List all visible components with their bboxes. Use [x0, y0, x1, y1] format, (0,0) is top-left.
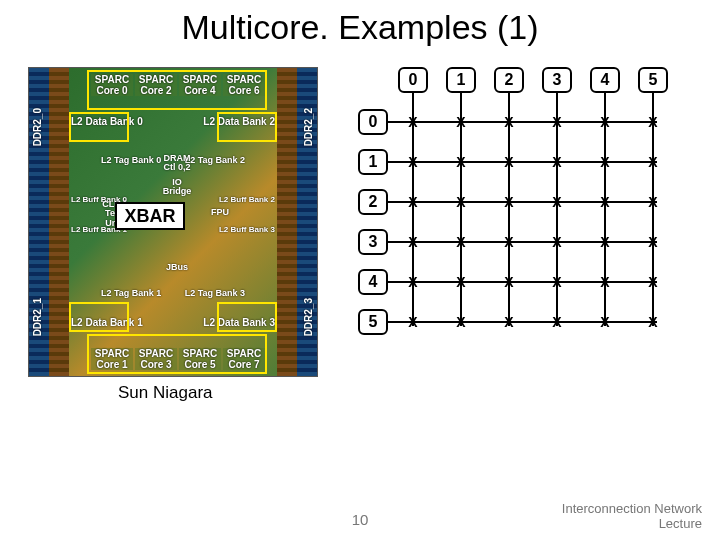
crossbar-col-node: 4	[590, 67, 620, 93]
dram-ctl-label: DRAM Ctl 0,2	[157, 154, 197, 173]
crossbar-intersection: X	[408, 234, 417, 250]
sun-niagara-caption: Sun Niagara	[118, 383, 318, 403]
footer-text: Interconnection Network Lecture	[562, 502, 702, 532]
crossbar-intersection: X	[456, 314, 465, 330]
die-image: DDR2_0 DDR2_1 DDR2_2 DDR2_3 SPARC Core 0…	[28, 67, 318, 377]
crossbar-col-node: 1	[446, 67, 476, 93]
crossbar-row-node: 2	[358, 189, 388, 215]
crossbar-intersection: X	[504, 314, 513, 330]
crossbar-diagram: 012345012345XXXXXXXXXXXXXXXXXXXXXXXXXXXX…	[358, 67, 678, 367]
crossbar-intersection: X	[648, 274, 657, 290]
crossbar-intersection: X	[552, 194, 561, 210]
crossbar-intersection: X	[408, 194, 417, 210]
ddr-label: DDR2_1	[32, 298, 43, 336]
page-title: Multicore. Examples (1)	[0, 8, 720, 47]
crossbar-row-node: 1	[358, 149, 388, 175]
crossbar-intersection: X	[600, 234, 609, 250]
io-bridge-label: IO Bridge	[157, 178, 197, 197]
crossbar-row-node: 5	[358, 309, 388, 335]
crossbar-intersection: X	[648, 194, 657, 210]
crossbar-intersection: X	[456, 274, 465, 290]
crossbar-intersection: X	[504, 114, 513, 130]
crossbar-intersection: X	[408, 154, 417, 170]
crossbar-intersection: X	[552, 154, 561, 170]
crossbar-intersection: X	[408, 314, 417, 330]
l2-buf-label: L2 Buff Bank 3	[219, 226, 275, 234]
crossbar-row-node: 4	[358, 269, 388, 295]
crossbar-intersection: X	[600, 114, 609, 130]
crossbar-intersection: X	[648, 114, 657, 130]
crossbar-col-node: 5	[638, 67, 668, 93]
crossbar-col-node: 3	[542, 67, 572, 93]
crossbar-intersection: X	[600, 154, 609, 170]
crossbar-intersection: X	[600, 194, 609, 210]
crossbar-row-node: 0	[358, 109, 388, 135]
crossbar-intersection: X	[504, 154, 513, 170]
crossbar-intersection: X	[552, 314, 561, 330]
jbus-label: JBus	[157, 263, 197, 272]
crossbar-intersection: X	[456, 194, 465, 210]
fpu-label: FPU	[205, 208, 235, 217]
crossbar-intersection: X	[600, 274, 609, 290]
crossbar-intersection: X	[504, 194, 513, 210]
footer-line2: Lecture	[562, 517, 702, 532]
crossbar-intersection: X	[408, 114, 417, 130]
crossbar-intersection: X	[600, 314, 609, 330]
l2-buf-label: L2 Buff Bank 2	[219, 196, 275, 204]
crossbar-intersection: X	[504, 234, 513, 250]
footer-line1: Interconnection Network	[562, 502, 702, 517]
crossbar-intersection: X	[456, 114, 465, 130]
crossbar-intersection: X	[648, 314, 657, 330]
crossbar-intersection: X	[408, 274, 417, 290]
crossbar-col-node: 0	[398, 67, 428, 93]
l2-tag-label: L2 Tag Bank 0	[101, 156, 161, 165]
crossbar-intersection: X	[552, 274, 561, 290]
xbar-label: XBAR	[115, 202, 185, 230]
crossbar-intersection: X	[648, 154, 657, 170]
crossbar-intersection: X	[552, 114, 561, 130]
l2-tag-label: L2 Tag Bank 3	[185, 289, 245, 298]
crossbar-intersection: X	[456, 234, 465, 250]
page-number: 10	[352, 511, 369, 528]
ddr-label: DDR2_2	[303, 108, 314, 146]
ddr-label: DDR2_0	[32, 108, 43, 146]
die-column: DDR2_0 DDR2_1 DDR2_2 DDR2_3 SPARC Core 0…	[28, 67, 318, 403]
crossbar-intersection: X	[648, 234, 657, 250]
crossbar-intersection: X	[552, 234, 561, 250]
crossbar-intersection: X	[456, 154, 465, 170]
crossbar-col-node: 2	[494, 67, 524, 93]
ddr-label: DDR2_3	[303, 298, 314, 336]
main-content: DDR2_0 DDR2_1 DDR2_2 DDR2_3 SPARC Core 0…	[0, 67, 720, 403]
crossbar-intersection: X	[504, 274, 513, 290]
l2-tag-label: L2 Tag Bank 1	[101, 289, 161, 298]
crossbar-row-node: 3	[358, 229, 388, 255]
